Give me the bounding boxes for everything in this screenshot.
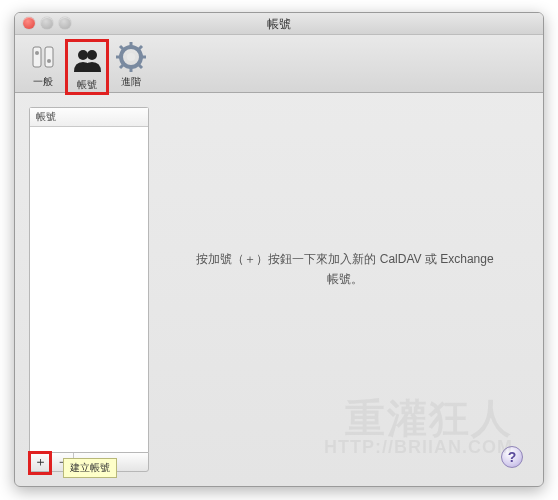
svg-point-15: [127, 53, 135, 61]
content-area: 帳號 ＋ － 按加號（＋）按鈕一下來加入新的 CalDAV 或 Exchange…: [15, 93, 543, 486]
svg-rect-0: [33, 47, 41, 67]
people-icon: [71, 44, 103, 76]
gear-icon: [115, 41, 147, 73]
svg-line-13: [120, 64, 124, 68]
account-sidebar: 帳號 ＋ －: [29, 107, 149, 472]
svg-rect-1: [45, 47, 53, 67]
svg-line-14: [138, 46, 142, 50]
titlebar: 帳號: [15, 13, 543, 35]
tab-advanced-label: 進階: [109, 75, 153, 89]
tab-accounts[interactable]: 帳號: [65, 39, 109, 95]
svg-point-4: [78, 50, 88, 60]
window-title: 帳號: [267, 17, 291, 31]
account-list-header: 帳號: [30, 108, 148, 127]
svg-line-11: [120, 46, 124, 50]
account-list[interactable]: 帳號: [29, 107, 149, 452]
tab-general-label: 一般: [21, 75, 65, 89]
traffic-lights: [23, 17, 71, 29]
svg-point-2: [35, 51, 39, 55]
zoom-icon[interactable]: [59, 17, 71, 29]
empty-msg-line1: 按加號（＋）按鈕一下來加入新的 CalDAV 或 Exchange: [196, 252, 493, 266]
empty-msg-line2: 帳號。: [327, 272, 363, 286]
tab-advanced[interactable]: 進階: [109, 39, 153, 89]
empty-state-text: 按加號（＋）按鈕一下來加入新的 CalDAV 或 Exchange 帳號。: [196, 250, 493, 288]
add-account-tooltip: 建立帳號: [63, 458, 117, 478]
svg-line-12: [138, 64, 142, 68]
add-account-button[interactable]: ＋: [30, 453, 52, 471]
tab-general[interactable]: 一般: [21, 39, 65, 89]
detail-pane: 按加號（＋）按鈕一下來加入新的 CalDAV 或 Exchange 帳號。: [161, 107, 529, 472]
preferences-window: 帳號 一般 帳號: [14, 12, 544, 487]
tab-accounts-label: 帳號: [68, 78, 106, 92]
help-button[interactable]: ?: [501, 446, 523, 468]
close-icon[interactable]: [23, 17, 35, 29]
svg-point-3: [47, 59, 51, 63]
minimize-icon[interactable]: [41, 17, 53, 29]
switch-icon: [27, 41, 59, 73]
svg-point-5: [87, 50, 97, 60]
toolbar: 一般 帳號: [15, 35, 543, 93]
